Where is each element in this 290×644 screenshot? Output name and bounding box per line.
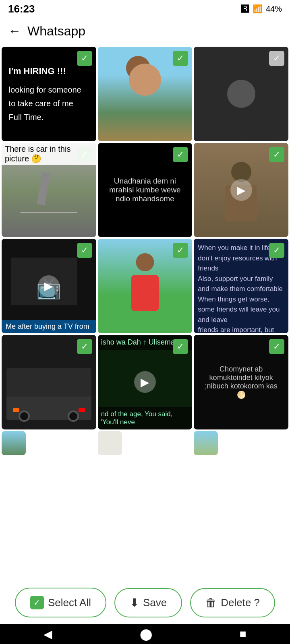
grid-item-5[interactable]: Unadhania dem ni mrahisi kumbe wewe ndio… bbox=[98, 143, 193, 237]
signal-icon: 📶 bbox=[253, 4, 263, 14]
trash-icon: 🗑 bbox=[205, 596, 217, 609]
grid-item-15[interactable] bbox=[194, 431, 218, 455]
play-icon-7[interactable]: ▶ bbox=[38, 275, 60, 297]
grid-item-2[interactable]: ✓ bbox=[98, 47, 193, 141]
checkbox-12[interactable]: ✓ bbox=[269, 339, 284, 354]
grid-item-7[interactable]: 📺 Me after buying a TV from ▶ ✓ bbox=[2, 239, 96, 333]
nav-recents-button[interactable]: ■ bbox=[240, 627, 246, 640]
delete-button[interactable]: 🗑 Delete ? bbox=[190, 588, 275, 617]
grid-item-12[interactable]: Chomynet ab komuktoindet kityok ;nibuch … bbox=[194, 335, 288, 429]
back-button[interactable]: ← bbox=[8, 24, 21, 39]
select-all-button[interactable]: ✓ Select All bbox=[15, 588, 106, 617]
save-label: Save bbox=[143, 597, 167, 609]
checkbox-11[interactable]: ✓ bbox=[173, 339, 188, 354]
hiring-text: I'm HIRING !!! looking for someone to ta… bbox=[9, 64, 89, 124]
bottom-action-bar: ✓ Select All ⬇ Save 🗑 Delete ? bbox=[0, 581, 290, 624]
nav-home-button[interactable]: ⬤ bbox=[140, 627, 152, 641]
media-grid: I'm HIRING !!! looking for someone to ta… bbox=[0, 45, 290, 457]
caption-7: Me after buying a TV from bbox=[2, 320, 96, 333]
app-bar: ← Whatsapp bbox=[0, 18, 290, 45]
checkbox-10[interactable]: ✓ bbox=[77, 339, 92, 354]
play-icon-6[interactable]: ▶ bbox=[230, 179, 252, 201]
grid-item-11[interactable]: isho wa Dah ↑ Ulisema H nd of the age, Y… bbox=[98, 335, 193, 429]
grid-item-3[interactable]: ✓ bbox=[194, 47, 288, 141]
nav-back-button[interactable]: ◀ bbox=[44, 627, 52, 641]
save-button[interactable]: ⬇ Save bbox=[114, 588, 182, 617]
grid-item-1[interactable]: I'm HIRING !!! looking for someone to ta… bbox=[2, 47, 96, 141]
nav-bar: ◀ ⬤ ■ bbox=[0, 624, 290, 644]
text-11-bottom: nd of the age, You said, 'You'll neve bbox=[98, 407, 193, 429]
grid-item-8[interactable]: ✓ bbox=[98, 239, 193, 333]
checkbox-3[interactable]: ✓ bbox=[269, 51, 284, 66]
select-all-check-icon: ✓ bbox=[30, 596, 44, 609]
battery-icon: 🅱 bbox=[241, 4, 249, 14]
checkbox-1[interactable]: ✓ bbox=[77, 51, 92, 66]
grid-item-6[interactable]: ▶ ✓ bbox=[194, 143, 288, 237]
grid-item-13[interactable] bbox=[2, 431, 26, 455]
status-time: 16:23 bbox=[8, 3, 35, 15]
checkbox-8[interactable]: ✓ bbox=[173, 243, 188, 258]
grid-item-10[interactable]: ✓ bbox=[2, 335, 96, 429]
play-icon-11[interactable]: ▶ bbox=[134, 371, 156, 393]
grid-item-4[interactable]: There is car in this picture 🤔 ✓ bbox=[2, 143, 96, 237]
grid-item-9[interactable]: When you make it in life, don't enjoy re… bbox=[194, 239, 288, 333]
status-icons: 🅱 📶 44% bbox=[241, 4, 282, 14]
checkbox-2[interactable]: ✓ bbox=[173, 51, 188, 66]
checkbox-7[interactable]: ✓ bbox=[77, 243, 92, 258]
caption-text: There is car in this picture 🤔 bbox=[2, 143, 96, 165]
status-bar: 16:23 🅱 📶 44% bbox=[0, 0, 290, 18]
checkbox-9[interactable]: ✓ bbox=[269, 243, 284, 258]
delete-label: Delete ? bbox=[221, 597, 260, 609]
checkbox-6[interactable]: ✓ bbox=[269, 147, 284, 162]
text-12: Chomynet ab komuktoindet kityok ;nibuch … bbox=[199, 362, 284, 402]
app-title: Whatsapp bbox=[27, 24, 85, 39]
save-icon: ⬇ bbox=[130, 596, 139, 609]
battery-level: 44% bbox=[266, 4, 282, 14]
grid-item-14[interactable] bbox=[98, 431, 122, 455]
face-large bbox=[129, 64, 161, 96]
select-all-label: Select All bbox=[48, 597, 91, 609]
text-5: Unadhania dem ni mrahisi kumbe wewe ndio… bbox=[102, 173, 187, 206]
checkbox-5[interactable]: ✓ bbox=[173, 147, 188, 162]
